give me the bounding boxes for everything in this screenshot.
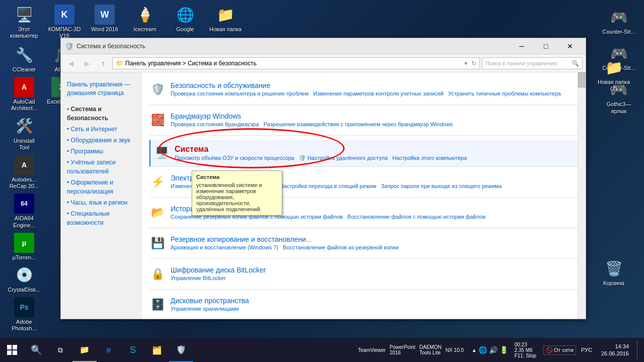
taskbar: 🔍 ⧉ 📁 e S 🗂️ 🛡️	[0, 338, 644, 362]
section-firewall: 🧱 Брандмауэр Windows Проверка состояния …	[149, 109, 578, 136]
teamviewer-label: TeamViewer	[358, 347, 386, 353]
link-sleep-settings[interactable]: Настройка перехода в спящий режим	[280, 183, 376, 189]
window-toolbar: ◀ ▶ ↑ 📁 Панель управления > Система и бе…	[61, 54, 586, 72]
link-restore-backup[interactable]: Восстановление файлов из резервной копии	[283, 244, 398, 250]
sidebar-item-accounts[interactable]: Учётные записи пользователей	[65, 157, 137, 177]
icon-this-computer[interactable]: 🖥️ Этот компьютер	[4, 3, 44, 41]
link-firewall-state[interactable]: Проверка состояния брандмауэра	[171, 121, 259, 127]
language-indicator[interactable]: РУС	[579, 347, 594, 353]
icon-word2016[interactable]: W Word 2016	[85, 3, 125, 41]
file-explorer-icon: 📁	[79, 345, 90, 354]
link-check-state[interactable]: Проверка состояния компьютера и решение …	[171, 90, 308, 97]
sidebar-item-accessibility[interactable]: Специальные возможности	[65, 208, 137, 228]
power-icon: ⚡	[149, 174, 166, 190]
f11-label: F11: Stop	[514, 353, 536, 358]
sidebar-item-clock[interactable]: Часы, язык и регион	[65, 197, 137, 208]
security-title[interactable]: Безопасность и обслуживание	[171, 81, 578, 89]
link-sleep-password[interactable]: Запрос пароля при выходе из спящего режи…	[381, 183, 502, 189]
up-button[interactable]: ↑	[96, 56, 110, 70]
firewall-icon: 🧱	[149, 112, 166, 128]
address-bar[interactable]: 📁 Панель управления > Система и безопасн…	[112, 57, 480, 69]
search-icon-taskbar: 🔍	[31, 344, 42, 355]
section-storage: 🗄️ Дисковые пространства Управление хран…	[149, 294, 578, 319]
taskbar-search[interactable]: 🔍	[24, 338, 48, 362]
icon-google-chrome[interactable]: 🌐 Google	[165, 3, 205, 41]
icon-new-folder-right[interactable]: 📁 Новая папка(2)	[594, 55, 634, 94]
scrollbar-thumb[interactable]	[578, 72, 586, 87]
bitlocker-title[interactable]: Шифрование диска BitLocker	[171, 266, 578, 274]
start-button[interactable]	[0, 338, 24, 362]
sidebar-item-network[interactable]: Сеть и Интернет	[65, 124, 137, 135]
system-tray: ▲ 🌐 🔊 🔋	[472, 346, 509, 354]
refresh-button[interactable]: ↻	[471, 60, 476, 67]
icon-ccleaner[interactable]: 🔧 CCleaner	[4, 43, 44, 75]
back-button[interactable]: ◀	[64, 56, 78, 70]
firewall-title[interactable]: Брандмауэр Windows	[171, 112, 578, 120]
icon-aida64[interactable]: 64 AIDA64Engine...	[4, 192, 44, 230]
close-button[interactable]: ✕	[558, 39, 582, 53]
minimize-button[interactable]: ─	[510, 39, 533, 53]
taskbar-time-date[interactable]: 14:34 26.06.2016	[597, 343, 633, 357]
taskbar-control-panel[interactable]: 🛡️	[169, 338, 193, 362]
storage-title[interactable]: Дисковые пространства	[171, 297, 578, 305]
system-links: Просмотр объёма ОЗУ и скорости процессор…	[175, 155, 575, 161]
backup-title[interactable]: Резервное копирование и восстановлени...	[171, 235, 578, 243]
search-icon[interactable]: 🔍	[572, 60, 579, 67]
task-view-button[interactable]: ⧉	[48, 338, 72, 362]
maximize-button[interactable]: □	[534, 39, 557, 53]
link-remote-access[interactable]: 🛡️ Настройка удалённого доступа	[299, 155, 387, 161]
network-offline-icon: 🚫	[546, 347, 553, 353]
address-dropdown[interactable]: ▾	[464, 60, 467, 67]
taskbar-tray: TeamViewer PowerPoint2016 DAEMONTools Li…	[358, 344, 464, 355]
storage-icon: 🗄️	[149, 297, 166, 313]
start-icon	[7, 345, 17, 355]
icon-adobe-ps[interactable]: Ps AdobePhotosh...	[4, 295, 44, 334]
system-title[interactable]: Система	[175, 145, 575, 154]
icon-crystaldisk[interactable]: 💿 CrystalDisk...	[4, 263, 44, 295]
forward-button[interactable]: ▶	[80, 56, 94, 70]
show-desktop-button[interactable]	[637, 340, 639, 360]
link-archive-restore[interactable]: Архивация и восстановление (Windows 7)	[171, 244, 278, 250]
taskbar-pinned-apps: 📁 e S 🗂️ 🛡️	[72, 338, 193, 362]
security-links: Проверка состояния компьютера и решение …	[171, 90, 578, 97]
storage-links: Управление хранилищами	[171, 306, 578, 312]
tray-expand[interactable]: ▲	[472, 347, 477, 353]
tooltip-text: установленной системе и изменение параме…	[196, 182, 278, 212]
sidebar-item-hardware[interactable]: Оборудование и звук	[65, 135, 137, 146]
icon-uninstall-tool[interactable]: 🛠️ UninstallTool	[4, 114, 44, 153]
window-controls: ─ □ ✕	[510, 39, 582, 53]
link-restore-files[interactable]: Восстановление файлов с помощью истории …	[348, 214, 486, 220]
link-manage-storage[interactable]: Управление хранилищами	[171, 306, 239, 312]
taskbar-edge[interactable]: e	[97, 338, 121, 362]
icon-new-folder-top[interactable]: 📁 Новая папка	[205, 3, 246, 41]
search-placeholder: Поиск в панели управления	[486, 60, 557, 66]
sidebar-item-system-security[interactable]: Система и безопасность	[65, 104, 137, 124]
taskbar-skype[interactable]: S	[121, 338, 145, 362]
section-system: 🖥️ Система Просмотр объёма ОЗУ и скорост…	[149, 140, 578, 167]
icon-kompas3d[interactable]: K КОМПАС-3D V16	[44, 3, 85, 41]
window-title: Система и безопасность	[76, 43, 507, 50]
icon-autodesk[interactable]: A Autodes...ReCap 20...	[4, 153, 44, 192]
icon-autocad[interactable]: A AutoCadArchitect...	[4, 75, 44, 114]
scrollbar[interactable]	[578, 72, 586, 319]
sidebar-item-programs[interactable]: Программы	[65, 146, 137, 157]
sidebar-home-link[interactable]: Панель управления — домашняя страница	[65, 78, 137, 100]
sidebar-item-appearance[interactable]: Оформление и персонализация	[65, 177, 137, 197]
icon-counter-strike1[interactable]: 🎮 Counter-Str...	[599, 5, 639, 37]
link-view-ram[interactable]: Просмотр объёма ОЗУ и скорости процессор…	[175, 155, 294, 161]
icon-icecream[interactable]: 🍦 Icecream	[125, 3, 165, 41]
link-this-computer[interactable]: Настройка этого компьютера	[392, 155, 467, 161]
link-firewall-allow[interactable]: Разрешение взаимодействия с приложением …	[264, 121, 453, 127]
taskbar-file-manager[interactable]: 🗂️	[145, 338, 169, 362]
link-fix-problems[interactable]: Устранить типичные проблемы компьютера	[448, 90, 561, 97]
link-change-uac[interactable]: Изменение параметров контроля учетных за…	[313, 90, 443, 97]
taskbar-file-explorer[interactable]: 📁	[72, 338, 97, 362]
icon-utorrent[interactable]: μ μTorren...	[4, 231, 44, 263]
bitlocker-icon: 🔒	[149, 266, 166, 282]
security-icon: 🛡️	[149, 81, 166, 98]
date-label: 26.06.2016	[601, 350, 629, 357]
search-bar[interactable]: Поиск в панели управления 🔍	[482, 57, 583, 69]
sidebar: Панель управления — домашняя страница Си…	[61, 72, 141, 319]
icon-recycle-bin[interactable]: 🗑️ Корзина	[594, 256, 634, 289]
link-manage-bitlocker[interactable]: Управление BitLocker	[171, 275, 226, 281]
